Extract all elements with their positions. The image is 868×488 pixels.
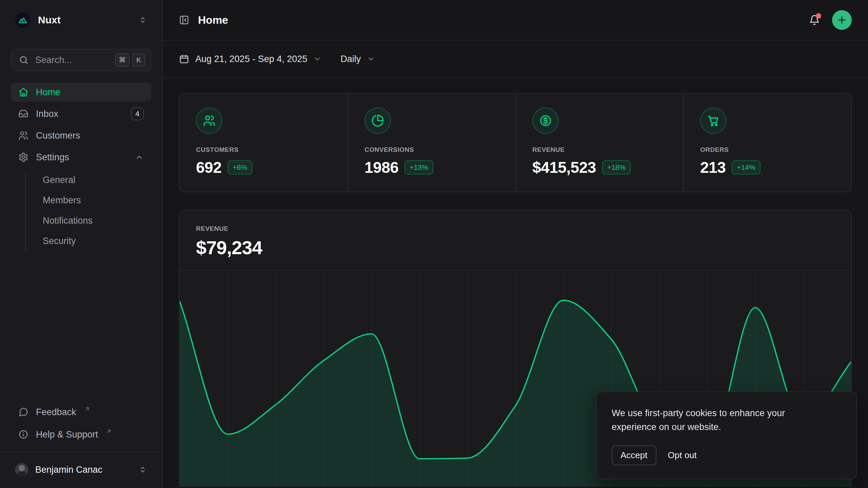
chat-bubble-icon <box>18 407 28 417</box>
sidebar-item-home[interactable]: Home <box>11 83 151 102</box>
users-icon <box>196 107 222 134</box>
granularity-select[interactable]: Daily <box>340 54 375 64</box>
user-name: Benjamin Canac <box>35 465 132 475</box>
sidebar-divider <box>0 451 162 452</box>
date-range-label: Aug 21, 2025 - Sep 4, 2025 <box>195 54 307 64</box>
stats-cards: CUSTOMERS 692 +6% CONVERSIONS 1986 +13% … <box>179 93 852 192</box>
nuxt-logo <box>15 12 31 28</box>
sidebar-item-help-support[interactable]: Help & Support <box>11 425 151 444</box>
main-area: Home Aug 21, 2025 - Sep 4, 2025 Daily <box>163 0 868 488</box>
kbd-cmd: ⌘ <box>115 53 130 67</box>
notification-dot <box>816 13 821 19</box>
plus-icon <box>836 15 847 25</box>
sidebar-item-label: Inbox <box>36 109 58 119</box>
chevron-down-icon <box>367 55 375 63</box>
user-avatar <box>15 463 28 476</box>
sidebar-item-settings[interactable]: Settings <box>11 148 151 167</box>
page-title: Home <box>198 14 798 26</box>
stat-value: 692 <box>196 158 221 177</box>
calendar-icon <box>179 54 189 64</box>
info-circle-icon <box>18 429 28 440</box>
stat-conversions: CONVERSIONS 1986 +13% <box>348 94 515 191</box>
page-header: Home <box>163 0 868 41</box>
stat-revenue: REVENUE $415,523 +18% <box>515 94 683 191</box>
stat-delta-badge: +6% <box>228 160 252 175</box>
kbd-k: K <box>132 53 145 67</box>
search-placeholder: Search... <box>35 55 108 65</box>
sidebar-item-customers[interactable]: Customers <box>11 126 151 145</box>
cart-icon <box>700 107 727 134</box>
gear-icon <box>18 152 28 162</box>
search-icon <box>19 55 28 65</box>
sidebar-item-security[interactable]: Security <box>38 232 151 250</box>
chevron-down-icon <box>313 55 321 63</box>
sidebar-item-feedback[interactable]: Feedback <box>11 403 151 422</box>
stat-label: REVENUE <box>532 146 667 154</box>
settings-subnav: General Members Notifications Security <box>25 171 151 250</box>
sidebar-item-label: Customers <box>36 130 80 141</box>
search-input[interactable]: Search... ⌘ K <box>11 49 151 71</box>
chevron-up-icon <box>135 153 144 162</box>
external-link-icon <box>106 429 112 434</box>
revenue-chart-header: REVENUE $79,234 <box>180 211 851 270</box>
chevrons-up-down-icon <box>138 465 147 474</box>
stat-delta-badge: +14% <box>732 160 760 175</box>
stat-value: 213 <box>700 158 726 177</box>
sidebar-item-general[interactable]: General <box>38 171 151 189</box>
stat-delta-badge: +13% <box>405 160 433 175</box>
collapse-sidebar-button[interactable] <box>179 15 189 25</box>
header-actions <box>807 10 852 30</box>
accept-cookies-button[interactable]: Accept <box>612 445 656 465</box>
cookie-message: We use first-party cookies to enhance yo… <box>612 406 808 434</box>
home-icon <box>18 87 28 97</box>
stat-label: ORDERS <box>700 146 835 154</box>
external-link-icon <box>84 406 90 412</box>
circle-dollar-icon <box>532 107 559 134</box>
stat-delta-badge: +18% <box>602 160 631 175</box>
sidebar: Nuxt Search... ⌘ K Home Inbox 4 Customer… <box>0 0 163 488</box>
optout-cookies-button[interactable]: Opt out <box>668 450 697 461</box>
cookie-banner: We use first-party cookies to enhance yo… <box>596 391 857 480</box>
search-shortcut: ⌘ K <box>115 53 145 67</box>
revenue-chart-value: $79,234 <box>196 237 835 259</box>
filters-toolbar: Aug 21, 2025 - Sep 4, 2025 Daily <box>163 41 868 78</box>
sidebar-nav: Home Inbox 4 Customers Settings General … <box>11 83 151 250</box>
pie-chart-icon <box>364 107 391 134</box>
stat-customers: CUSTOMERS 692 +6% <box>180 94 348 191</box>
sidebar-item-inbox[interactable]: Inbox 4 <box>11 104 151 123</box>
workspace-name: Nuxt <box>38 14 131 26</box>
add-button[interactable] <box>832 10 852 30</box>
sidebar-footer-nav: Feedback Help & Support <box>11 403 151 444</box>
chevrons-up-down-icon <box>138 16 147 24</box>
inbox-count-badge: 4 <box>131 107 144 120</box>
date-range-picker[interactable]: Aug 21, 2025 - Sep 4, 2025 <box>179 54 321 64</box>
users-icon <box>18 130 28 141</box>
granularity-label: Daily <box>340 54 361 64</box>
stat-value: 1986 <box>364 158 398 177</box>
inbox-icon <box>18 109 28 119</box>
sidebar-item-label: Settings <box>36 152 69 163</box>
stat-orders: ORDERS 213 +14% <box>683 94 851 191</box>
sidebar-item-notifications[interactable]: Notifications <box>38 211 151 230</box>
workspace-switcher[interactable]: Nuxt <box>11 9 151 30</box>
stat-label: CUSTOMERS <box>196 146 331 154</box>
revenue-chart-label: REVENUE <box>196 225 835 232</box>
user-menu[interactable]: Benjamin Canac <box>11 460 151 480</box>
sidebar-item-members[interactable]: Members <box>38 191 151 209</box>
stat-label: CONVERSIONS <box>364 146 499 154</box>
notifications-button[interactable] <box>807 13 822 27</box>
sidebar-item-label: Home <box>36 87 60 98</box>
stat-value: $415,523 <box>532 158 596 177</box>
